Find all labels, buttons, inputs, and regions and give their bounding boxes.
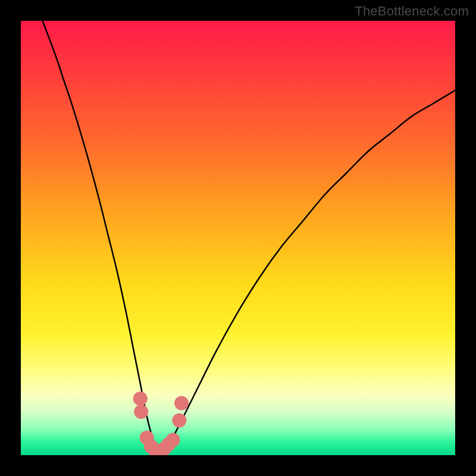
highlight-markers	[133, 392, 189, 455]
highlight-point	[172, 414, 186, 428]
highlight-point	[174, 396, 189, 410]
highlight-point	[166, 433, 180, 447]
chart-svg	[21, 21, 455, 455]
chart-frame: TheBottleneck.com	[0, 0, 476, 476]
bottleneck-curve	[43, 21, 456, 452]
highlight-point	[133, 392, 148, 406]
curve-path	[43, 21, 456, 452]
highlight-point	[134, 405, 148, 419]
watermark-text: TheBottleneck.com	[355, 4, 469, 19]
chart-plot-area	[21, 21, 455, 455]
